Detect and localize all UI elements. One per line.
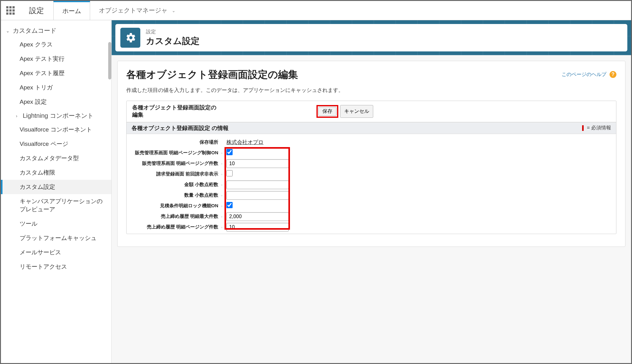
page-heading: 各種オブジェクト登録画面設定の編集 (126, 68, 616, 82)
gear-icon (120, 28, 140, 48)
highlight-save: 保存 (316, 105, 338, 118)
app-launcher-icon[interactable] (1, 1, 20, 20)
sidebar-item-vf-component[interactable]: Visualforce コンポーネント (1, 122, 111, 137)
row-hide-prev: 請求登録画面 前回請求非表示 ◦ (132, 169, 610, 180)
tab-object-manager[interactable]: オブジェクトマネージャ ⌄ (90, 1, 185, 20)
sidebar-item-remote-access[interactable]: リモートアクセス (1, 260, 111, 274)
edit-block: 各種オブジェクト登録画面設定の編集 保存 キャンセル 各種オブジェクト登録画面設… (126, 101, 616, 234)
sidebar-item-platform-cache[interactable]: プラットフォームキャッシュ (1, 231, 111, 245)
sidebar-group-lightning[interactable]: › Lightning コンポーネント (1, 109, 111, 122)
row-paging-count: 販売管理系画面 明細ページング件数 ◦ (132, 158, 610, 169)
page-title: カスタム設定 (146, 35, 200, 47)
section-title: 各種オブジェクト登録画面設定 の情報 (132, 124, 229, 132)
sidebar-scrollbar[interactable] (108, 42, 111, 79)
sidebar-group-customcode[interactable]: ⌄ カスタムコード (1, 24, 111, 37)
row-lock-on: 見積条件明細ロック機能ON ◦ (132, 201, 610, 211)
sidebar-item-mail-service[interactable]: メールサービス (1, 245, 111, 260)
sidebar-group-label: カスタムコード (13, 26, 56, 35)
help-icon[interactable]: ◦ (220, 161, 224, 166)
sidebar-item-custom-permission[interactable]: カスタム権限 (1, 165, 111, 180)
page-description: 作成した項目の値を入力します。このデータは、アプリケーションにキャッシュされます… (126, 87, 616, 94)
header-band: 設定 カスタム設定 (112, 20, 631, 55)
sidebar: ⌄ カスタムコード Apex クラス Apex テスト実行 Apex テスト履歴… (1, 20, 112, 363)
help-icon[interactable]: ◦ (220, 214, 224, 219)
help-link[interactable]: このページのヘルプ ? (562, 71, 616, 78)
label-paging-count: 販売管理系画面 明細ページング件数 (132, 160, 220, 166)
save-button[interactable]: 保存 (318, 107, 336, 116)
input-paging-count[interactable] (226, 159, 289, 168)
input-qty-dec[interactable] (226, 191, 289, 200)
checkbox-hide-prev[interactable] (226, 170, 233, 176)
header-text: 設定 カスタム設定 (146, 29, 200, 47)
required-legend: = 必須情報 (582, 125, 611, 131)
row-location: 保存場所 株式会社オプロ (132, 137, 610, 148)
body-panel: このページのヘルプ ? 各種オブジェクト登録画面設定の編集 作成した項目の値を入… (117, 61, 625, 247)
checkbox-lock-on[interactable] (226, 202, 233, 208)
sidebar-item-tool[interactable]: ツール (1, 217, 111, 231)
help-link-text: このページのヘルプ (562, 72, 606, 77)
input-sales-paging[interactable] (226, 223, 289, 232)
help-icon[interactable]: ◦ (220, 151, 224, 156)
sidebar-item-apex-settings[interactable]: Apex 設定 (1, 95, 111, 109)
chevron-down-icon: ⌄ (172, 8, 176, 13)
cancel-button[interactable]: キャンセル (340, 105, 373, 118)
input-sales-max[interactable] (226, 212, 289, 221)
button-row: 保存 キャンセル (316, 105, 373, 118)
block-header: 各種オブジェクト登録画面設定の編集 保存 キャンセル (127, 101, 616, 122)
row-sales-max: 売上締め履歴 明細最大件数 ◦ (132, 211, 610, 222)
help-icon[interactable]: ◦ (220, 204, 224, 208)
label-qty-dec: 数量 小数点桁数 (132, 192, 220, 198)
required-text: = 必須情報 (587, 125, 611, 130)
help-icon[interactable]: ◦ (220, 182, 224, 187)
label-hide-prev: 請求登録画面 前回請求非表示 (132, 171, 220, 177)
label-sales-paging: 売上締め履歴 明細ページング件数 (132, 224, 220, 230)
label-amount-dec: 金額 小数点桁数 (132, 182, 220, 188)
tab-object-manager-label: オブジェクトマネージャ (99, 6, 167, 15)
sidebar-item-canvas-preview[interactable]: キャンバスアプリケーションのプレビューア (1, 194, 111, 217)
sidebar-item-apex-class[interactable]: Apex クラス (1, 37, 111, 52)
sidebar-item-vf-page[interactable]: Visualforce ページ (1, 137, 111, 151)
section-header: 各種オブジェクト登録画面設定 の情報 = 必須情報 (127, 122, 616, 134)
checkbox-paging-on[interactable] (226, 149, 233, 155)
sidebar-subgroup-label: Lightning コンポーネント (23, 112, 94, 120)
label-paging-on: 販売管理系画面 明細ページング制御ON (132, 150, 220, 156)
chevron-down-icon: ⌄ (6, 28, 13, 33)
input-amount-dec[interactable] (226, 180, 289, 189)
global-header: 設定 ホーム オブジェクトマネージャ ⌄ (1, 1, 631, 20)
block-title: 各種オブジェクト登録画面設定の編集 (132, 104, 220, 119)
sidebar-item-apex-test-run[interactable]: Apex テスト実行 (1, 52, 111, 66)
breadcrumb: 設定 (146, 29, 200, 35)
label-lock-on: 見積条件明細ロック機能ON (132, 203, 220, 209)
row-paging-on: 販売管理系画面 明細ページング制御ON ◦ (132, 148, 610, 158)
row-qty-dec: 数量 小数点桁数 ◦ (132, 190, 610, 201)
sidebar-item-apex-test-history[interactable]: Apex テスト履歴 (1, 66, 111, 80)
question-icon: ? (610, 71, 616, 78)
sidebar-item-custom-settings[interactable]: カスタム設定 (1, 180, 111, 194)
label-location: 保存場所 (132, 139, 220, 145)
help-icon[interactable]: ◦ (220, 225, 224, 230)
form-body: 保存場所 株式会社オプロ 販売管理系画面 明細ページング制御ON ◦ 販売管理系… (127, 134, 616, 234)
sidebar-item-apex-trigger[interactable]: Apex トリガ (1, 80, 111, 95)
help-icon[interactable]: ◦ (220, 172, 224, 177)
row-amount-dec: 金額 小数点桁数 ◦ (132, 180, 610, 190)
required-bar-icon (582, 125, 584, 131)
value-location: 株式会社オプロ (226, 139, 263, 145)
row-sales-paging: 売上締め履歴 明細ページング件数 ◦ (132, 222, 610, 232)
help-icon[interactable]: ◦ (220, 193, 224, 198)
sidebar-item-custom-metadata[interactable]: カスタムメタデータ型 (1, 151, 111, 165)
main-content: 設定 カスタム設定 このページのヘルプ ? 各種オブジェクト登録画面設定の編集 … (112, 20, 631, 363)
label-sales-max: 売上締め履歴 明細最大件数 (132, 213, 220, 219)
chevron-right-icon: › (16, 113, 23, 118)
header-card: 設定 カスタム設定 (115, 24, 627, 51)
global-title: 設定 (20, 1, 53, 20)
tab-home[interactable]: ホーム (53, 1, 90, 20)
